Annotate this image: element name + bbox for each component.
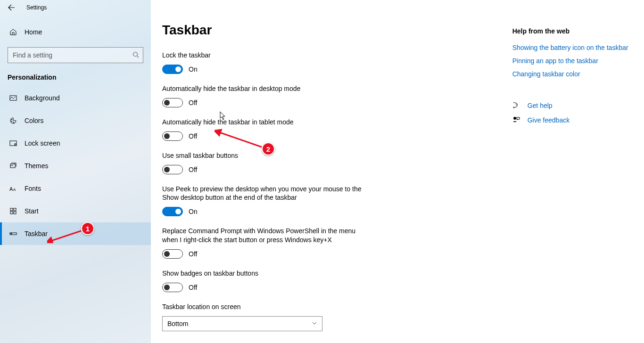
- toggle-state: On: [189, 65, 198, 73]
- sidebar-item-start[interactable]: Start: [0, 200, 151, 222]
- toggle-state: On: [189, 208, 198, 215]
- svg-text:A: A: [9, 186, 13, 192]
- toggle-small-buttons[interactable]: [162, 165, 183, 174]
- toggle-state: Off: [189, 250, 197, 258]
- sidebar-item-lockscreen[interactable]: Lock screen: [0, 132, 151, 155]
- toggle-powershell[interactable]: [162, 249, 183, 259]
- setting-label: Lock the taskbar: [162, 51, 426, 60]
- setting-label: Show badges on taskbar buttons: [162, 269, 426, 278]
- sidebar-section-title: Personalization: [8, 74, 143, 81]
- svg-point-0: [133, 52, 138, 56]
- chevron-down-icon: [312, 320, 317, 327]
- svg-rect-12: [10, 212, 13, 214]
- svg-rect-15: [11, 234, 12, 234]
- sidebar-item-fonts[interactable]: AA Fonts: [0, 177, 151, 200]
- home-label: Home: [25, 28, 42, 36]
- mouse-cursor: [220, 111, 226, 121]
- toggle-state: Off: [189, 132, 197, 140]
- sidebar-item-label: Themes: [25, 162, 49, 170]
- dropdown-value: Bottom: [167, 320, 188, 327]
- colors-icon: [8, 117, 19, 124]
- svg-text:?: ?: [515, 103, 518, 107]
- svg-rect-11: [14, 208, 16, 211]
- search-icon: [132, 51, 139, 59]
- sidebar-item-label: Start: [25, 207, 39, 215]
- toggle-autohide-tablet[interactable]: [162, 131, 183, 141]
- annotation-badge-2: 2: [262, 142, 275, 155]
- give-feedback-link[interactable]: Give feedback: [512, 116, 633, 125]
- sidebar-item-themes[interactable]: Themes: [0, 155, 151, 177]
- help-aside: Help from the web Showing the battery ic…: [512, 23, 633, 343]
- page-title: Taskbar: [162, 23, 505, 38]
- svg-text:A: A: [13, 188, 16, 192]
- setting-label: Automatically hide the taskbar in deskto…: [162, 84, 426, 93]
- toggle-autohide-desktop[interactable]: [162, 98, 183, 107]
- sidebar-item-label: Colors: [25, 117, 43, 124]
- annotation-arrow-1: [47, 229, 84, 243]
- svg-line-21: [218, 132, 262, 147]
- toggle-state: Off: [189, 99, 197, 106]
- lockscreen-icon: [8, 139, 19, 147]
- help-link[interactable]: Pinning an app to the taskbar: [512, 57, 633, 65]
- aside-title: Help from the web: [512, 27, 633, 35]
- svg-point-18: [513, 117, 516, 120]
- toggle-peek[interactable]: [162, 207, 183, 216]
- setting-label: Replace Command Prompt with Windows Powe…: [162, 227, 360, 245]
- taskbar-location-dropdown[interactable]: Bottom: [162, 316, 322, 331]
- get-help-label: Get help: [528, 102, 553, 109]
- toggle-badges[interactable]: [162, 283, 183, 292]
- help-link[interactable]: Showing the battery icon on the taskbar: [512, 43, 633, 52]
- sidebar-item-label: Fonts: [25, 185, 41, 192]
- annotation-badge-1: 1: [81, 222, 94, 235]
- setting-label: Use small taskbar buttons: [162, 151, 426, 160]
- home-button[interactable]: Home: [0, 23, 151, 41]
- sidebar-item-label: Lock screen: [25, 139, 60, 147]
- sidebar-item-colors[interactable]: Colors: [0, 109, 151, 132]
- help-link[interactable]: Changing taskbar color: [512, 70, 633, 78]
- sidebar-item-label: Background: [25, 94, 60, 102]
- app-title: Settings: [23, 4, 47, 11]
- annotation-arrow-2: [215, 128, 266, 152]
- svg-line-20: [50, 231, 81, 241]
- setting-label: Taskbar location on screen: [162, 302, 426, 311]
- fonts-icon: AA: [8, 185, 19, 192]
- toggle-lock-taskbar[interactable]: [162, 65, 183, 74]
- toggle-state: Off: [189, 166, 197, 173]
- svg-point-4: [13, 122, 14, 123]
- setting-label: Automatically hide the taskbar in tablet…: [162, 118, 426, 127]
- svg-rect-13: [14, 212, 16, 214]
- give-feedback-label: Give feedback: [528, 116, 570, 124]
- setting-label: Use Peek to preview the desktop when you…: [162, 185, 365, 203]
- toggle-state: Off: [189, 284, 197, 291]
- sidebar-item-background[interactable]: Background: [0, 87, 151, 109]
- sidebar: Home Find a setting Personalization Back…: [0, 0, 151, 343]
- sidebar-item-label: Taskbar: [25, 230, 48, 237]
- help-icon: ?: [512, 101, 522, 110]
- feedback-icon: [512, 116, 522, 125]
- svg-point-2: [11, 119, 12, 120]
- home-icon: [8, 28, 19, 36]
- svg-rect-19: [517, 117, 520, 119]
- back-button[interactable]: [0, 0, 23, 15]
- svg-rect-10: [10, 208, 13, 211]
- background-icon: [8, 94, 19, 102]
- taskbar-icon: [8, 230, 19, 237]
- svg-rect-6: [15, 144, 16, 145]
- search-placeholder: Find a setting: [13, 51, 52, 59]
- svg-point-3: [11, 121, 12, 122]
- search-input[interactable]: Find a setting: [8, 47, 143, 63]
- main-content: Taskbar Lock the taskbar On Automaticall…: [151, 0, 644, 343]
- start-icon: [8, 207, 19, 215]
- get-help-link[interactable]: ? Get help: [512, 101, 633, 110]
- themes-icon: [8, 162, 19, 170]
